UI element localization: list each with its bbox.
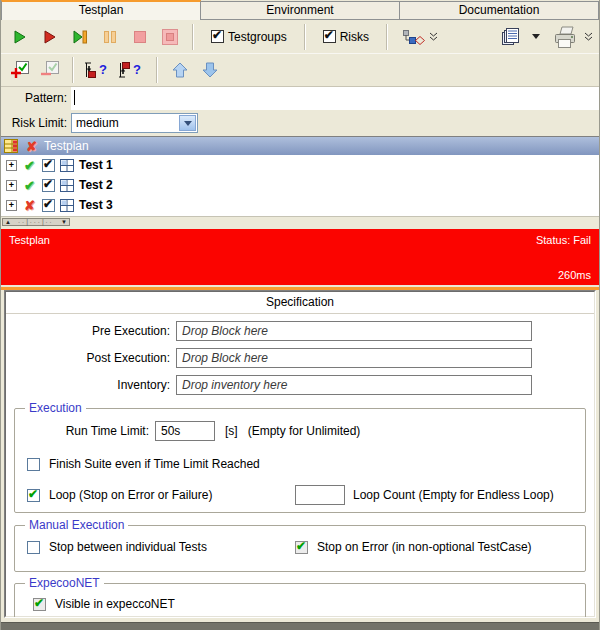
move-up-button[interactable]	[167, 57, 193, 83]
testcase-icon	[60, 179, 74, 192]
pause-icon	[102, 29, 118, 45]
test3-checkbox[interactable]	[42, 199, 55, 212]
step-button[interactable]	[67, 24, 93, 50]
step-icon	[72, 29, 88, 45]
fail-icon: ✘	[24, 140, 39, 153]
tree-row-test2[interactable]: + ✔ Test 2	[1, 175, 599, 195]
add-checkbox-icon	[9, 60, 31, 80]
finish-suite-checkbox[interactable]	[27, 458, 40, 471]
insert-down-icon: ?	[84, 61, 112, 79]
remove-checkbox-icon	[39, 60, 61, 80]
tab-environment[interactable]: Environment	[201, 1, 400, 19]
chevron-double-down-icon	[429, 32, 438, 42]
expand-icon[interactable]: +	[6, 180, 17, 191]
status-panel-title: Testplan	[9, 234, 50, 246]
manual-execution-group: Manual Execution Stop between individual…	[14, 525, 586, 572]
inventory-input[interactable]	[176, 375, 532, 395]
expand-icon[interactable]: +	[6, 200, 17, 211]
print-chevron-icon[interactable]	[584, 32, 593, 42]
tree-row-testplan[interactable]: ✘ Testplan	[1, 137, 599, 155]
separator	[156, 57, 158, 83]
testplan-tree: ✘ Testplan + ✔ Test 1 + ✔ Test 2 + ✘ Tes…	[1, 136, 599, 217]
expand-icon[interactable]: +	[6, 160, 17, 171]
loop-checkbox[interactable]	[27, 489, 40, 502]
insert-after-query-button[interactable]: ?	[117, 57, 147, 83]
remove-testcase-button[interactable]	[37, 57, 63, 83]
post-execution-input[interactable]	[176, 348, 532, 368]
specification-panel-inner: Specification Pre Execution: Post Execut…	[5, 291, 595, 617]
arrow-up-icon	[171, 61, 189, 79]
risk-limit-select[interactable]: medium	[71, 113, 198, 133]
separator	[192, 24, 194, 50]
stop-button[interactable]	[127, 24, 153, 50]
separator	[304, 24, 306, 50]
svg-text:?: ?	[99, 62, 107, 77]
stop-between-checkbox[interactable]	[27, 541, 40, 554]
stop-on-error-label: Stop on Error (in non-optional TestCase)	[317, 540, 532, 554]
tree-row-label: Testplan	[44, 139, 89, 153]
play-red-icon	[42, 29, 58, 45]
risks-label: Risks	[340, 30, 369, 44]
svg-text:?: ?	[133, 62, 141, 77]
finish-suite-label: Finish Suite even if Time Limit Reached	[49, 457, 260, 471]
insert-up-icon: ?	[118, 61, 146, 79]
run-time-limit-label: Run Time Limit:	[15, 424, 155, 438]
report-dropdown-icon[interactable]	[532, 34, 540, 39]
risk-limit-label: Risk Limit:	[1, 116, 71, 130]
run-time-limit-row: Run Time Limit: [s] (Empty for Unlimited…	[15, 421, 585, 441]
add-testcase-button[interactable]	[7, 57, 33, 83]
stop-between-toggle: Stop between individual Tests	[27, 540, 295, 554]
tab-documentation[interactable]: Documentation	[400, 1, 599, 19]
combo-dropdown-icon[interactable]	[179, 115, 196, 131]
expecconet-group-title: ExpecooNET	[25, 576, 104, 590]
post-execution-label: Post Execution:	[6, 351, 176, 365]
pattern-label: Pattern:	[1, 87, 71, 110]
stop-on-error-checkbox[interactable]	[295, 541, 308, 554]
visible-expecconet-checkbox[interactable]	[33, 598, 46, 611]
pattern-row: Pattern:	[1, 87, 599, 110]
tree-row-label: Test 1	[79, 158, 113, 172]
move-down-button[interactable]	[197, 57, 223, 83]
test1-checkbox[interactable]	[42, 159, 55, 172]
pattern-input-wrap	[71, 87, 599, 110]
pattern-input[interactable]	[71, 87, 599, 110]
tree-row-test1[interactable]: + ✔ Test 1	[1, 155, 599, 175]
print-button[interactable]	[550, 24, 580, 50]
pass-icon: ✔	[22, 159, 37, 172]
manual-execution-group-title: Manual Execution	[25, 518, 128, 532]
collapse-down-icon[interactable]: ▼	[61, 219, 67, 225]
run-time-unit: [s]	[225, 424, 238, 438]
separator	[386, 24, 388, 50]
abort-icon	[161, 28, 179, 46]
stop-between-label: Stop between individual Tests	[49, 540, 207, 554]
manual-execution-row: Stop between individual Tests Stop on Er…	[15, 540, 585, 554]
visible-expecconet-label: Visible in expeccoNET	[55, 597, 175, 611]
testgroups-toggle[interactable]: Testgroups	[203, 30, 295, 44]
report-pages-button[interactable]	[498, 24, 524, 50]
testgroups-checkbox[interactable]	[211, 30, 224, 43]
abort-button[interactable]	[157, 24, 183, 50]
connector-icon	[402, 29, 426, 45]
window-bottom-edge	[1, 622, 599, 630]
splitter-handle[interactable]: ▲ ∙∙|∙∙∙|∙∙ ▼	[2, 218, 70, 226]
loop-count-input[interactable]	[295, 485, 345, 505]
run-debug-button[interactable]	[37, 24, 63, 50]
loop-toggle: Loop (Stop on Error or Failure)	[27, 488, 295, 502]
risks-checkbox[interactable]	[323, 30, 336, 43]
play-icon	[12, 29, 28, 45]
run-time-limit-input[interactable]	[155, 421, 215, 441]
collapse-up-icon[interactable]: ▲	[5, 219, 11, 225]
risks-toggle[interactable]: Risks	[315, 30, 377, 44]
pre-execution-input[interactable]	[176, 321, 532, 341]
tab-testplan[interactable]: Testplan	[1, 0, 201, 20]
expecconet-group: ExpecooNET Visible in expeccoNET	[14, 583, 586, 618]
separator	[72, 57, 74, 83]
execution-group: Execution Run Time Limit: [s] (Empty for…	[14, 408, 586, 513]
pause-button[interactable]	[97, 24, 123, 50]
stop-icon	[132, 29, 148, 45]
insert-before-query-button[interactable]: ?	[83, 57, 113, 83]
tree-row-test3[interactable]: + ✘ Test 3	[1, 195, 599, 215]
test2-checkbox[interactable]	[42, 179, 55, 192]
diagram-menu-button[interactable]	[397, 24, 443, 50]
run-button[interactable]	[7, 24, 33, 50]
